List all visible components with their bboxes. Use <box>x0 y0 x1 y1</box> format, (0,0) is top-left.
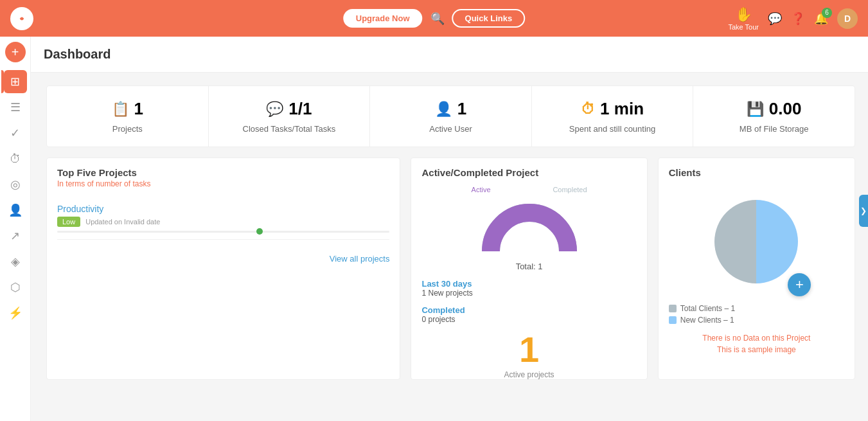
total-clients-label: Total Clients – 1 <box>680 304 735 313</box>
projects-icon: 📋 <box>112 101 129 118</box>
pie-fab-button[interactable]: + <box>788 273 811 296</box>
sidebar-item-users[interactable]: 👤 <box>4 199 27 222</box>
app-logo[interactable] <box>10 7 33 30</box>
sidebar-item-tasks[interactable]: ✓ <box>4 121 27 145</box>
bell-icon[interactable]: 🔔 6 <box>814 12 828 26</box>
sidebar-item-time[interactable]: ⏱ <box>4 147 27 170</box>
completed-projects: 0 projects <box>421 315 636 324</box>
top-projects-panel: Top Five Projects In terms of number of … <box>46 157 400 380</box>
stat-storage-value: 💾 0.00 <box>706 99 842 119</box>
donut-chart <box>478 200 581 258</box>
navbar-center: Upgrade Now 🔍 Quick Links <box>343 9 526 28</box>
stat-users: 👤 1 Active User <box>370 86 532 147</box>
main-content: Dashboard 📋 1 Projects 💬 1/1 Closed Task… <box>31 37 868 393</box>
donut-labels: Active Completed <box>472 186 587 193</box>
completed-label: Completed <box>421 305 636 315</box>
stat-tasks-value: 💬 1/1 <box>222 99 357 119</box>
sidebar-item-layers[interactable]: ◈ <box>4 250 27 273</box>
total-clients-dot <box>669 305 677 312</box>
page-header: Dashboard <box>31 37 868 73</box>
no-data-message: There is no Data on this Project This is… <box>702 332 810 355</box>
sidebar-item-reports[interactable]: ↗ <box>4 224 27 247</box>
completed-stat: Completed 0 projects <box>421 305 636 324</box>
project-stats: Last 30 days 1 New projects Completed 0 … <box>411 271 646 379</box>
projects-count: 1 <box>134 99 143 119</box>
clients-title: Clients <box>669 167 844 178</box>
stat-projects-value: 📋 1 <box>60 99 195 119</box>
view-all-anchor[interactable]: View all projects <box>330 254 390 264</box>
chat-icon[interactable]: 💬 <box>768 12 782 26</box>
stat-time: ⏱ 1 min Spent and still counting <box>532 86 694 147</box>
project-tag: Low <box>57 217 80 227</box>
sidebar-add-button[interactable]: + <box>5 42 26 62</box>
storage-count: 0.00 <box>769 99 802 119</box>
active-donut-label: Active <box>472 186 491 193</box>
panels-row: Top Five Projects In terms of number of … <box>46 157 855 380</box>
chevron-right-icon: ❯ <box>860 206 867 215</box>
legend-item-total: Total Clients – 1 <box>669 304 844 313</box>
pie-chart: + <box>708 193 804 290</box>
navbar: Upgrade Now 🔍 Quick Links ✋ Take Tour 💬 … <box>0 0 868 37</box>
active-completed-title: Active/Completed Project <box>421 167 636 178</box>
time-count: 1 min <box>600 99 644 119</box>
progress-dot <box>256 228 263 235</box>
project-name: Productivity <box>57 204 389 214</box>
projects-label: Projects <box>60 124 195 134</box>
stat-storage: 💾 0.00 MB of File Storage <box>693 86 855 147</box>
avatar[interactable]: D <box>837 8 858 29</box>
sidebar-item-dashboard[interactable]: ⊞ <box>4 70 27 93</box>
tasks-label: Closed Tasks/Total Tasks <box>222 124 357 134</box>
last30days-label: Last 30 days <box>421 279 636 289</box>
pie-area: + Total Clients – 1 New Clients – 1 Ther… <box>659 181 855 362</box>
tasks-icon: 💬 <box>266 101 283 118</box>
active-count-label: Active projects <box>421 370 636 379</box>
stat-time-value: ⏱ 1 min <box>545 99 680 119</box>
take-tour-label: Take Tour <box>729 23 759 31</box>
top-projects-subtitle: In terms of number of tasks <box>57 179 389 188</box>
stat-users-value: 👤 1 <box>383 99 518 119</box>
users-label: Active User <box>383 124 518 134</box>
time-icon: ⏱ <box>581 101 595 118</box>
take-tour-button[interactable]: ✋ Take Tour <box>729 6 759 31</box>
active-completed-panel: Active/Completed Project Active Complete… <box>411 157 647 380</box>
collapse-handle[interactable]: ❯ <box>859 195 868 227</box>
sidebar-item-modules[interactable]: ⬡ <box>4 276 27 299</box>
project-date: Updated on Invalid date <box>85 218 160 226</box>
clients-header: Clients <box>659 158 855 181</box>
top-projects-title: Top Five Projects <box>57 167 389 178</box>
table-row: Productivity Low Updated on Invalid date <box>57 197 389 240</box>
users-icon: 👤 <box>435 101 452 118</box>
active-count: 1 <box>421 332 636 368</box>
new-clients-label: New Clients – 1 <box>680 316 734 325</box>
project-progress-bar <box>57 231 389 233</box>
sidebar-item-goals[interactable]: ◎ <box>4 173 27 196</box>
quick-links-button[interactable]: Quick Links <box>452 9 526 28</box>
notification-badge: 6 <box>822 8 832 18</box>
active-completed-header: Active/Completed Project <box>411 158 646 181</box>
no-data-line1: There is no Data on this Project <box>702 332 810 344</box>
users-count: 1 <box>457 99 466 119</box>
subtitle-text: In terms of <box>57 179 94 188</box>
view-all-link[interactable]: View all projects <box>47 246 400 271</box>
upgrade-button[interactable]: Upgrade Now <box>343 9 423 28</box>
page-title: Dashboard <box>44 47 855 62</box>
project-list: Productivity Low Updated on Invalid date <box>47 191 400 246</box>
time-label: Spent and still counting <box>545 124 680 134</box>
donut-area: Active Completed Total: 1 <box>411 181 646 271</box>
donut-total: Total: 1 <box>516 262 543 271</box>
storage-icon: 💾 <box>747 101 764 118</box>
last30days-stat: Last 30 days 1 New projects <box>421 279 636 298</box>
no-data-line2: This is a sample image <box>702 344 810 355</box>
sidebar: + ⊞ ☰ ✓ ⏱ ◎ 👤 ↗ ◈ ⬡ ⚡ <box>0 37 31 393</box>
new-projects-count: 1 New projects <box>421 289 636 298</box>
subtitle-rest: of tasks <box>124 179 150 188</box>
sidebar-item-menu[interactable]: ☰ <box>4 96 27 119</box>
storage-label: MB of File Storage <box>706 124 842 134</box>
clients-panel: Clients + Total Clients – 1 <box>658 157 855 380</box>
stats-row: 📋 1 Projects 💬 1/1 Closed Tasks/Total Ta… <box>46 85 855 147</box>
search-icon[interactable]: 🔍 <box>430 12 445 26</box>
top-projects-header: Top Five Projects In terms of number of … <box>47 158 400 191</box>
pie-legend: Total Clients – 1 New Clients – 1 <box>669 301 844 327</box>
sidebar-item-activity[interactable]: ⚡ <box>4 301 27 325</box>
help-icon[interactable]: ❓ <box>791 12 805 26</box>
